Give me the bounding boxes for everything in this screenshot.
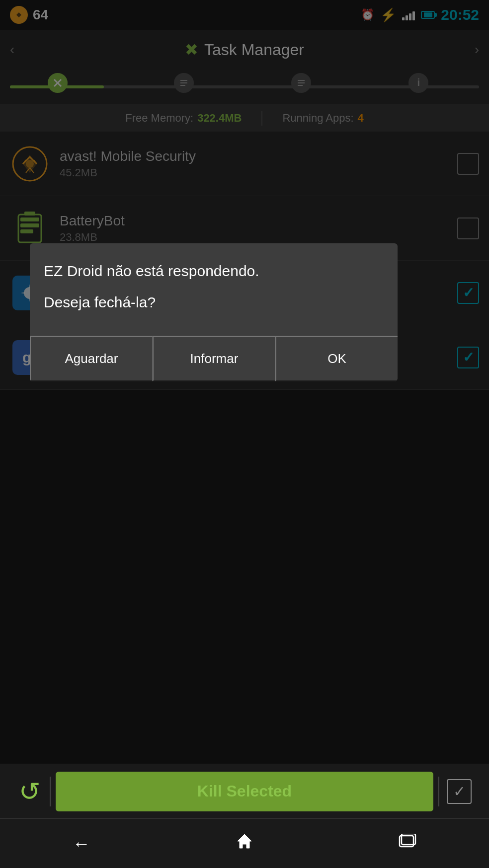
nav-home-button[interactable] (220, 829, 269, 859)
dialog-ok-button[interactable]: OK (275, 336, 398, 381)
dialog: EZ Droid não está respondendo. Deseja fe… (30, 243, 398, 381)
nav-back-button[interactable]: ← (57, 829, 106, 859)
recent-icon (399, 833, 416, 854)
dialog-wait-button[interactable]: Aguardar (30, 336, 153, 381)
select-all-checkmark: ✓ (453, 783, 466, 800)
refresh-icon: ↺ (19, 777, 41, 806)
kill-selected-button[interactable]: Kill Selected (56, 772, 433, 811)
dialog-overlay: EZ Droid não está respondendo. Deseja fe… (0, 0, 489, 785)
dialog-message: Deseja fechá-la? (44, 292, 384, 312)
dialog-title: EZ Droid não está respondendo. (44, 261, 384, 281)
refresh-button[interactable]: ↺ (10, 772, 50, 811)
dialog-report-button[interactable]: Informar (153, 336, 275, 381)
kill-selected-label: Kill Selected (197, 782, 292, 800)
nav-bar: ← (0, 818, 489, 868)
bottom-divider-left (50, 777, 51, 806)
nav-recent-button[interactable] (383, 829, 432, 859)
select-all-checkbox: ✓ (447, 779, 472, 804)
dialog-buttons: Aguardar Informar OK (30, 336, 398, 381)
back-icon: ← (73, 833, 90, 854)
dialog-body: EZ Droid não está respondendo. Deseja fe… (30, 243, 398, 326)
select-all-button[interactable]: ✓ (439, 772, 479, 811)
home-icon (236, 832, 253, 855)
bottom-bar: ↺ Kill Selected ✓ (0, 764, 489, 818)
